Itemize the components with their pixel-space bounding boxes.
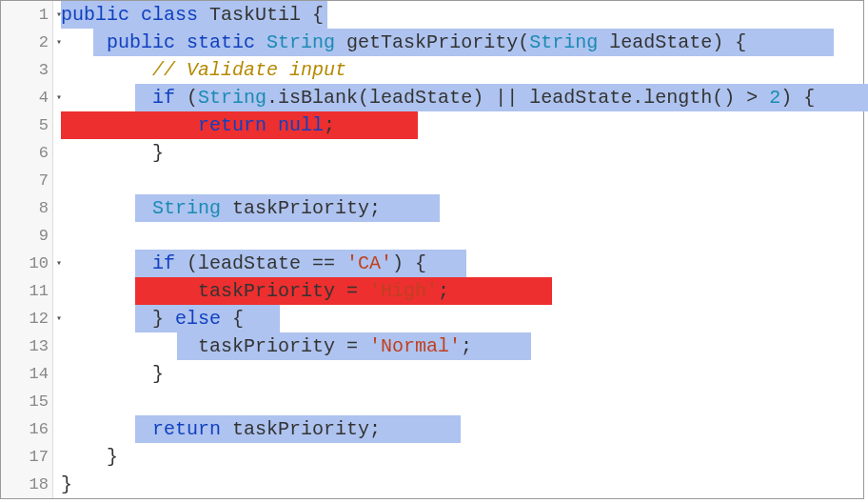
token-idn: getTaskPriority — [346, 31, 518, 53]
token-pun — [221, 197, 232, 219]
line-number: 4▾ — [1, 84, 52, 111]
code-text: } — [61, 446, 118, 468]
line-number-gutter: 1▾2▾34▾5678910▾1112▾131415161718 — [1, 1, 53, 498]
line-number: 1▾ — [1, 1, 52, 29]
line-number: 6 — [1, 139, 52, 167]
token-pun: ; — [461, 335, 472, 357]
token-pun: ; — [438, 280, 449, 302]
token-pun: ; — [369, 418, 381, 440]
token-kw: return — [198, 114, 266, 136]
line-number: 9 — [1, 222, 52, 250]
code-line[interactable]: } — [61, 443, 863, 471]
code-text: // Validate input — [61, 59, 346, 81]
token-pun — [198, 4, 209, 26]
code-text: } — [61, 473, 72, 495]
token-pun: = — [335, 280, 369, 302]
token-pun: ) { — [780, 87, 815, 109]
code-line[interactable]: return taskPriority; — [61, 415, 863, 443]
token-str: 'Normal' — [369, 335, 461, 357]
token-pun — [335, 31, 346, 53]
token-idn: taskPriority — [232, 418, 369, 440]
token-pun — [61, 280, 198, 302]
token-kw: return — [152, 418, 221, 440]
code-text: taskPriority = 'High'; — [61, 280, 449, 302]
code-text: taskPriority = 'Normal'; — [61, 335, 472, 357]
code-text: } else { — [61, 308, 244, 330]
token-kw: if — [152, 87, 175, 109]
line-number: 15 — [1, 388, 52, 415]
line-number: 11 — [1, 277, 52, 305]
line-number: 8 — [1, 194, 52, 222]
token-idn: taskPriority — [198, 335, 335, 357]
code-line[interactable]: } — [61, 360, 863, 388]
token-pun — [175, 31, 187, 53]
token-pun: ; — [324, 114, 335, 136]
code-line[interactable]: } — [61, 471, 863, 498]
token-str: 'CA' — [346, 252, 392, 274]
token-pun — [61, 114, 198, 136]
token-pun — [61, 59, 152, 81]
token-pun — [61, 87, 152, 109]
token-kw: public — [61, 4, 129, 26]
token-kw: class — [141, 4, 198, 26]
code-text: return taskPriority; — [61, 418, 381, 440]
code-line[interactable]: } else { — [61, 305, 863, 332]
line-number: 14 — [1, 360, 52, 388]
code-line[interactable]: public static String getTaskPriority(Str… — [61, 29, 863, 56]
token-pun: = — [335, 335, 369, 357]
line-number: 18 — [1, 471, 52, 498]
line-number: 2▾ — [1, 29, 52, 56]
code-line[interactable]: String taskPriority; — [61, 194, 863, 222]
code-area[interactable]: public class TaskUtil { public static St… — [53, 1, 863, 498]
line-number: 13 — [1, 332, 52, 360]
token-typ: String — [152, 197, 221, 219]
token-pun: } — [61, 363, 164, 385]
code-line[interactable]: if (String.isBlank(leadState) || leadSta… — [61, 84, 863, 111]
line-number: 7 — [1, 167, 52, 194]
token-idn: TaskUtil — [209, 4, 301, 26]
token-num: 2 — [769, 87, 780, 109]
code-line[interactable]: taskPriority = 'High'; — [61, 277, 863, 305]
code-text: String taskPriority; — [61, 197, 381, 219]
token-pun — [61, 418, 152, 440]
token-pun: ; — [369, 197, 381, 219]
code-line[interactable]: if (leadState == 'CA') { — [61, 250, 863, 277]
token-cmt: // Validate input — [152, 59, 346, 81]
token-pun: ) { — [712, 31, 746, 53]
line-number: 5 — [1, 111, 52, 139]
token-pun — [255, 31, 266, 53]
token-pun: ( — [358, 87, 369, 109]
token-pun — [221, 418, 232, 440]
token-idn: leadState — [529, 87, 632, 109]
code-editor[interactable]: 1▾2▾34▾5678910▾1112▾131415161718 public … — [0, 0, 864, 499]
token-idn: isBlank — [278, 87, 358, 109]
token-pun: ) || — [472, 87, 529, 109]
code-line[interactable]: } — [61, 139, 863, 167]
token-idn: taskPriority — [198, 280, 335, 302]
code-text: public static String getTaskPriority(Str… — [61, 31, 746, 53]
token-pun: ( — [175, 252, 198, 274]
code-line[interactable]: taskPriority = 'Normal'; — [61, 332, 863, 360]
token-pun — [61, 335, 198, 357]
code-line[interactable] — [61, 167, 863, 194]
token-pun: ( — [518, 31, 529, 53]
code-line[interactable] — [61, 222, 863, 250]
code-text: if (String.isBlank(leadState) || leadSta… — [61, 87, 815, 109]
token-kw: null — [278, 114, 324, 136]
code-line[interactable]: return null; — [61, 111, 863, 139]
token-pun — [129, 4, 141, 26]
token-pun — [598, 31, 609, 53]
code-line[interactable] — [61, 388, 863, 415]
token-idn: leadState — [369, 87, 472, 109]
code-line[interactable]: public class TaskUtil { — [61, 1, 863, 29]
token-pun: == — [301, 252, 346, 274]
token-pun — [61, 31, 107, 53]
token-pun: } — [61, 446, 118, 468]
token-pun: . — [632, 87, 643, 109]
token-pun — [266, 114, 278, 136]
token-pun: { — [301, 4, 324, 26]
token-typ: String — [529, 31, 598, 53]
code-line[interactable]: // Validate input — [61, 56, 863, 84]
token-pun — [61, 252, 152, 274]
token-typ: String — [266, 31, 335, 53]
